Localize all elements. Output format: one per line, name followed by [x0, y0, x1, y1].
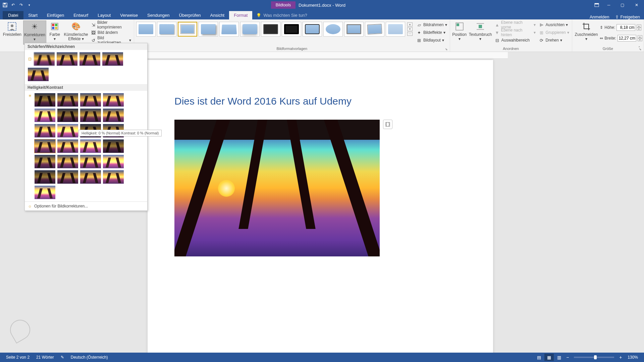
- spell-check-icon[interactable]: ✎: [57, 355, 67, 360]
- hoehe-input[interactable]: [616, 24, 635, 31]
- breite-spinner[interactable]: ▴▾: [638, 35, 642, 41]
- style-item[interactable]: [365, 22, 384, 37]
- ribbon-display-options-icon[interactable]: [593, 3, 601, 7]
- style-item[interactable]: [157, 22, 176, 37]
- brightness-thumb[interactable]: [80, 93, 101, 107]
- tab-ansicht[interactable]: Ansicht: [206, 11, 229, 19]
- breite-input[interactable]: [618, 35, 636, 42]
- maximize-icon[interactable]: ▢: [615, 0, 629, 10]
- brightness-thumb[interactable]: [80, 170, 101, 184]
- brightness-thumb[interactable]: [34, 93, 56, 107]
- undo-icon[interactable]: ↶: [9, 1, 17, 9]
- print-layout-icon[interactable]: ▦: [544, 354, 554, 361]
- brightness-thumb[interactable]: [57, 139, 78, 153]
- brightness-thumb[interactable]: [103, 108, 124, 122]
- gruppieren-button[interactable]: ⊞Gruppieren ▾: [538, 29, 571, 36]
- minimize-icon[interactable]: ─: [602, 0, 615, 10]
- style-item[interactable]: [282, 22, 301, 37]
- zoom-in-icon[interactable]: +: [618, 354, 624, 360]
- style-item[interactable]: [199, 22, 218, 37]
- bilder-komprimieren-button[interactable]: ⇲Bilder komprimieren: [90, 21, 132, 28]
- style-item[interactable]: [386, 22, 405, 37]
- zoom-level[interactable]: 130%: [624, 355, 641, 360]
- sharpen-thumb[interactable]: [79, 52, 101, 66]
- brightness-thumb[interactable]: [34, 155, 56, 169]
- sharpen-thumb[interactable]: [28, 67, 49, 81]
- tab-einfuegen[interactable]: Einfügen: [42, 11, 69, 19]
- language-indicator[interactable]: Deutsch (Österreich): [67, 355, 111, 360]
- brightness-thumb[interactable]: [34, 185, 56, 199]
- collapse-ribbon-icon[interactable]: ˄: [637, 46, 642, 51]
- freistellen-button[interactable]: Freistellen: [2, 20, 22, 45]
- brightness-thumb[interactable]: [57, 155, 78, 169]
- tab-datei[interactable]: Datei: [3, 11, 23, 19]
- sharpen-thumb[interactable]: [34, 52, 55, 66]
- share-button[interactable]: ⇪ Freigeben: [615, 14, 640, 19]
- brightness-thumb[interactable]: [103, 155, 124, 169]
- qat-customize-icon[interactable]: ▾: [25, 1, 33, 9]
- style-item[interactable]: [303, 22, 322, 37]
- brightness-thumb[interactable]: [80, 155, 101, 169]
- brightness-thumb[interactable]: [80, 108, 101, 122]
- ebene-vorne-button[interactable]: ▲Ebene nach vorne ▾: [493, 21, 537, 28]
- style-item[interactable]: [178, 22, 197, 37]
- position-button[interactable]: Position▾: [451, 20, 468, 45]
- brightness-thumb[interactable]: [80, 139, 101, 153]
- tab-entwurf[interactable]: Entwurf: [69, 11, 93, 19]
- bildkorrekturen-optionen[interactable]: ☼ Optionen für Bildkorrekturen...: [25, 201, 147, 210]
- sharpen-thumb[interactable]: [56, 52, 78, 66]
- ausrichten-button[interactable]: ⊫Ausrichten ▾: [538, 21, 571, 28]
- kuenstlerische-effekte-button[interactable]: 🎨 KünstlerischeEffekte ▾: [63, 20, 89, 45]
- web-layout-icon[interactable]: ▥: [554, 354, 564, 361]
- bild-aendern-button[interactable]: 🖼Bild ändern: [90, 29, 132, 36]
- tab-format[interactable]: Format: [229, 11, 252, 19]
- tab-ueberpruefen[interactable]: Überprüfen: [174, 11, 206, 19]
- brightness-thumb[interactable]: [57, 108, 78, 122]
- farbe-button[interactable]: Farbe▾: [47, 20, 62, 45]
- bildlayout-button[interactable]: ⊞Bildlayout ▾: [415, 37, 448, 44]
- bildrahmen-button[interactable]: ▱Bildrahmen ▾: [415, 21, 448, 28]
- zuschneiden-button[interactable]: Zuschneiden▾: [574, 20, 599, 45]
- gallery-more[interactable]: ▴▾⋯: [407, 22, 413, 36]
- style-item[interactable]: [240, 22, 260, 37]
- dialog-launcher-icon[interactable]: ⬊: [445, 48, 448, 51]
- brightness-thumb[interactable]: [34, 124, 56, 138]
- save-icon[interactable]: [1, 1, 9, 9]
- picture-styles-gallery[interactable]: ▴▾⋯: [136, 20, 413, 38]
- brightness-thumb[interactable]: [103, 170, 124, 184]
- style-item[interactable]: [344, 22, 364, 37]
- selected-image[interactable]: [174, 120, 380, 256]
- bildeffekte-button[interactable]: ✦Bildeffekte ▾: [415, 29, 448, 36]
- layout-options-icon[interactable]: [383, 120, 392, 129]
- word-count[interactable]: 21 Wörter: [33, 355, 57, 360]
- brightness-thumb[interactable]: [34, 108, 56, 122]
- sharpen-thumb[interactable]: [102, 52, 123, 66]
- close-icon[interactable]: ✕: [629, 0, 644, 10]
- korrekturen-button[interactable]: ☀ Korrekturen▾: [23, 20, 47, 45]
- brightness-thumb[interactable]: [103, 93, 124, 107]
- textumbruch-button[interactable]: Textumbruch▾: [468, 20, 493, 45]
- document-page[interactable]: Dies ist der Word 2016 Kurs auf Udemy: [148, 60, 493, 353]
- brightness-thumb-hovered[interactable]: [34, 139, 56, 153]
- brightness-thumb[interactable]: [103, 139, 124, 153]
- zoom-slider[interactable]: [574, 357, 614, 358]
- page-indicator[interactable]: Seite 2 von 2: [3, 355, 33, 360]
- auswahlbereich-button[interactable]: ⊟Auswahlbereich: [493, 37, 537, 44]
- brightness-thumb[interactable]: [57, 170, 78, 184]
- tab-sendungen[interactable]: Sendungen: [143, 11, 174, 19]
- document-headline[interactable]: Dies ist der Word 2016 Kurs auf Udemy: [174, 96, 466, 107]
- redo-icon[interactable]: ↷: [17, 1, 25, 9]
- sign-in-link[interactable]: Anmelden: [590, 14, 609, 19]
- brightness-thumb[interactable]: [57, 93, 78, 107]
- tab-layout[interactable]: Layout: [93, 11, 115, 19]
- tab-verweise[interactable]: Verweise: [115, 11, 143, 19]
- tab-start[interactable]: Start: [23, 11, 42, 19]
- drehen-button[interactable]: ⟳Drehen ▾: [538, 37, 571, 44]
- style-item[interactable]: [261, 22, 280, 37]
- zoom-out-icon[interactable]: −: [565, 354, 571, 360]
- read-mode-icon[interactable]: ▤: [534, 354, 544, 361]
- brightness-thumb[interactable]: [57, 124, 78, 138]
- brightness-thumb[interactable]: [34, 170, 56, 184]
- style-item[interactable]: [323, 22, 343, 37]
- hoehe-spinner[interactable]: ▴▾: [637, 24, 641, 31]
